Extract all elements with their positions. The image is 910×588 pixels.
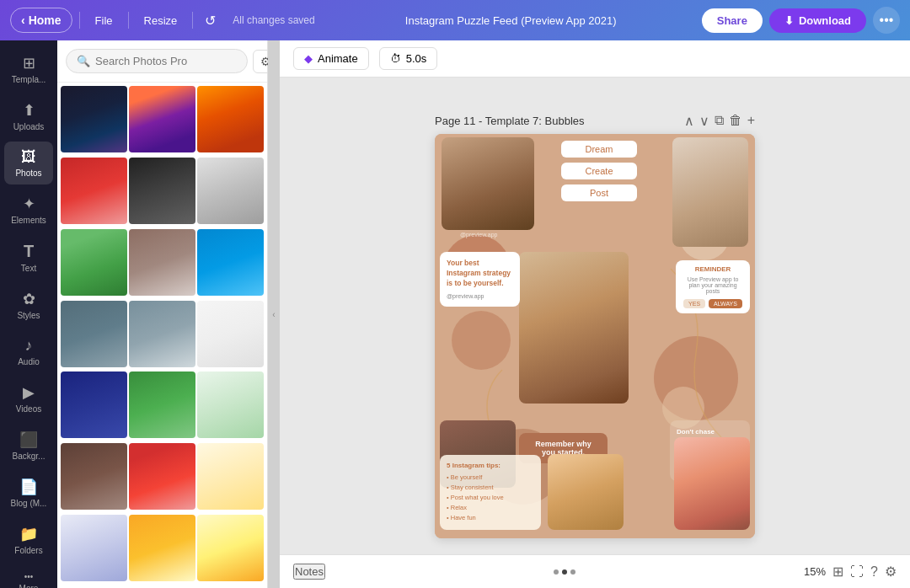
photo-thumb[interactable] [197, 229, 264, 296]
sidebar-item-videos[interactable]: ▶ Videos [4, 377, 53, 420]
photos-search-bar: 🔍 ⚙ [57, 40, 267, 83]
animate-button[interactable]: ◆ Animate [293, 47, 369, 70]
photo-thumb[interactable] [61, 158, 127, 224]
top-bar: ‹ Home File Resize ↺ All changes saved I… [0, 0, 910, 40]
photo-thumb[interactable] [197, 443, 264, 510]
file-button[interactable]: File [87, 11, 121, 30]
reminder-title: REMINDER [682, 265, 743, 273]
canvas-scroll[interactable]: Page 11 - Template 7: Bubbles ∧ ∨ ⧉ 🗑 + [280, 78, 910, 554]
download-icon: ⬇ [784, 14, 794, 27]
create-card[interactable]: Create [561, 163, 637, 179]
separator [192, 12, 193, 29]
chevron-down-icon[interactable]: ∨ [699, 113, 709, 129]
photo-thumb[interactable] [197, 515, 264, 581]
quote-card[interactable]: Your best Instagram strategy is to be yo… [440, 252, 520, 307]
woman-laptop-photo[interactable] [672, 137, 748, 247]
undo-button[interactable]: ↺ [200, 9, 221, 32]
home-label: Home [29, 13, 62, 27]
sidebar-item-photos[interactable]: 🖼 Photos [4, 142, 53, 184]
sidebar-item-label: Folders [14, 546, 42, 555]
instagram-page-11[interactable]: Dream Create Post [435, 134, 755, 538]
sidebar-item-templates[interactable]: ⊞ Templa... [4, 47, 53, 91]
more-icon: ••• [24, 572, 34, 581]
grid-icon[interactable]: ⊞ [832, 564, 843, 580]
search-input-wrapper[interactable]: 🔍 [66, 49, 248, 73]
duration-button[interactable]: ⏱ 5.0s [379, 47, 438, 70]
sidebar-item-uploads[interactable]: ⬆ Uploads [4, 94, 53, 138]
sidebar-item-background[interactable]: ⬛ Backgr... [4, 424, 53, 468]
chevron-up-icon[interactable]: ∧ [684, 113, 694, 129]
photo-thumb[interactable] [61, 229, 127, 296]
photo-thumb[interactable] [61, 443, 127, 510]
woman-dress-photo[interactable] [674, 437, 750, 530]
notes-button[interactable]: Notes [293, 564, 325, 580]
photo-thumb[interactable] [129, 443, 195, 510]
tips-card[interactable]: 5 Instagram tips: • Be yourself • Stay c… [440, 455, 541, 530]
panel-collapse-handle[interactable]: ‹ [268, 40, 280, 588]
page-header-actions: ∧ ∨ ⧉ 🗑 + [684, 113, 755, 129]
woman-dress-bg [674, 437, 750, 530]
sidebar-item-blog[interactable]: 📄 Blog (M... [4, 471, 53, 515]
photo-thumb[interactable] [197, 86, 264, 152]
photo-thumb[interactable] [129, 158, 195, 224]
handle-1: @preview.app [460, 232, 497, 238]
photo-thumb[interactable] [129, 515, 195, 581]
woman-relax-photo[interactable] [548, 454, 624, 530]
quote-handle: @preview.app [447, 292, 513, 301]
canvas-bottom-bar: Notes 15% ⊞ ⛶ ? ⚙ [280, 554, 910, 588]
photo-thumb[interactable] [197, 372, 264, 438]
pages-indicator [332, 569, 797, 575]
delete-page-icon[interactable]: 🗑 [729, 113, 742, 129]
photos-panel: 🔍 ⚙ [57, 40, 268, 588]
photo-thumb[interactable] [61, 372, 127, 438]
audio-icon: ♪ [25, 337, 33, 355]
blog-icon: 📄 [19, 478, 38, 496]
reminder-card[interactable]: REMINDER Use Preview app to plan your am… [676, 260, 750, 313]
photo-thumb[interactable] [129, 86, 195, 152]
reminder-yes-button[interactable]: YES [683, 299, 705, 308]
page-11-header: Page 11 - Template 7: Bubbles ∧ ∨ ⧉ 🗑 + [435, 108, 755, 134]
sidebar-item-folders[interactable]: 📁 Folders [4, 518, 53, 562]
photo-thumb[interactable] [61, 86, 127, 152]
help-icon[interactable]: ? [870, 564, 878, 580]
photo-thumb[interactable] [129, 301, 195, 367]
resize-button[interactable]: Resize [136, 11, 186, 30]
add-page-icon[interactable]: + [747, 113, 755, 129]
sidebar-item-styles[interactable]: ✿ Styles [4, 283, 53, 327]
sidebar-item-label: Text [21, 264, 36, 273]
dream-text: Dream [585, 144, 613, 154]
photo-thumb[interactable] [129, 229, 195, 296]
post-card[interactable]: Post [561, 184, 637, 201]
share-button[interactable]: Share [702, 8, 763, 33]
couple-photo[interactable] [442, 137, 534, 230]
girl-jeans-photo[interactable] [519, 252, 629, 404]
settings-icon[interactable]: ⚙ [885, 564, 897, 580]
dream-card[interactable]: Dream [561, 141, 637, 158]
sidebar-item-label: Blog (M... [11, 499, 47, 508]
photo-thumb[interactable] [197, 301, 264, 367]
fullscreen-icon[interactable]: ⛶ [850, 564, 864, 580]
animate-icon: ◆ [304, 52, 313, 65]
sidebar-item-text[interactable]: T Text [4, 235, 53, 280]
photo-thumb[interactable] [197, 158, 264, 224]
sidebar-item-audio[interactable]: ♪ Audio [4, 330, 53, 373]
sidebar-item-label: Backgr... [13, 452, 46, 461]
sidebar-more-button[interactable]: ••• More [13, 565, 46, 588]
photo-grid [57, 83, 267, 588]
photo-thumb[interactable] [129, 372, 195, 438]
photo-thumb[interactable] [61, 515, 127, 581]
photos-icon: 🖼 [21, 148, 36, 166]
reminder-always-button[interactable]: ALWAYS [709, 299, 742, 308]
copy-page-icon[interactable]: ⧉ [715, 113, 724, 129]
page-dot-active [562, 569, 567, 575]
search-icon: 🔍 [77, 55, 90, 67]
quote-text: Your best Instagram strategy is to be yo… [447, 259, 511, 287]
search-field[interactable] [95, 55, 237, 67]
more-options-button[interactable]: ••• [873, 7, 900, 34]
sidebar-item-elements[interactable]: ✦ Elements [4, 188, 53, 232]
photo-thumb[interactable] [61, 301, 127, 367]
download-button[interactable]: ⬇ Download [769, 8, 866, 33]
home-button[interactable]: ‹ Home [10, 8, 72, 33]
videos-icon: ▶ [23, 383, 35, 402]
girl-jeans-bg [519, 252, 629, 404]
